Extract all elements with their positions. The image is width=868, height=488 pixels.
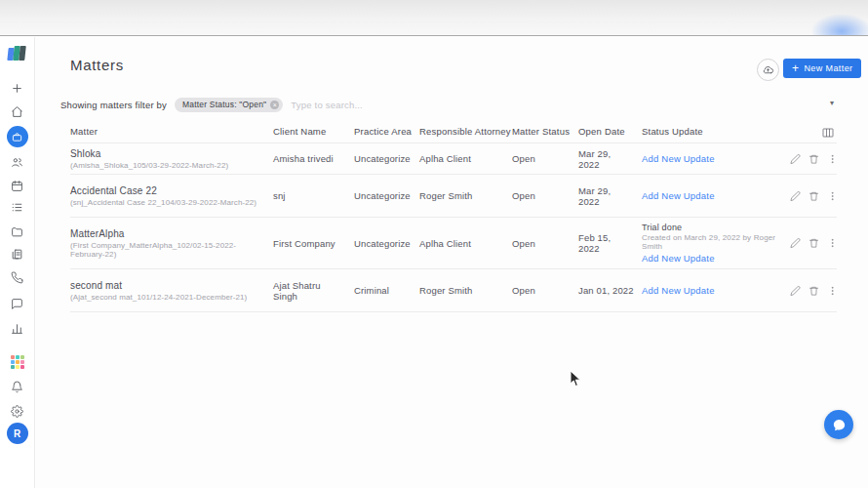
home-icon[interactable] — [11, 104, 24, 118]
open-date: Mar 29, 2022 — [578, 185, 642, 207]
matters-table: Matter Client Name Practice Area Respons… — [70, 120, 837, 312]
col-header-client[interactable]: Client Name — [273, 126, 354, 137]
matter-subtitle: (snj_Accidental Case 22_104/03-29-2022-M… — [70, 198, 265, 207]
responsible-attorney: Aplha Client — [419, 238, 512, 249]
matter-name-link[interactable]: second mat — [70, 280, 265, 291]
edit-pencil-icon[interactable] — [790, 237, 801, 249]
add-new-update-link[interactable]: Add New Update — [642, 153, 715, 164]
phone-icon[interactable] — [11, 270, 24, 284]
client-name: First Company — [273, 238, 354, 249]
matter-name-link[interactable]: MatterAlpha — [70, 228, 265, 239]
client-name: Ajat Shatru Singh — [273, 280, 354, 302]
matter-name-link[interactable]: Shloka — [70, 148, 265, 159]
search-input[interactable] — [291, 100, 417, 110]
matter-subtitle: (First Company_MatterAlpha_102/02-15-202… — [70, 241, 265, 259]
table-row: Shloka (Amisha_Shloka_105/03-29-2022-Mar… — [70, 143, 837, 175]
filter-chip-text: Matter Status: "Open" — [182, 100, 266, 109]
open-date: Mar 29, 2022 — [578, 148, 642, 170]
add-new-update-link[interactable]: Add New Update — [642, 190, 715, 201]
new-matter-label: New Matter — [804, 63, 852, 73]
more-options-kebab-icon[interactable] — [827, 153, 838, 165]
chat-support-button[interactable] — [824, 410, 853, 439]
table-header-row: Matter Client Name Practice Area Respons… — [70, 120, 837, 143]
status-update-meta: Created on March 29, 2022 by Roger Smith — [642, 233, 777, 251]
responsible-attorney: Roger Smith — [419, 285, 512, 296]
filter-bar: Showing matters filter by Matter Status:… — [60, 97, 417, 112]
app-logo[interactable] — [8, 45, 27, 61]
col-header-open-date[interactable]: Open Date — [578, 126, 642, 137]
practice-area: Criminal — [354, 285, 419, 296]
delete-trash-icon[interactable] — [809, 285, 819, 297]
matter-status: Open — [512, 285, 578, 296]
sidebar: R — [0, 37, 35, 488]
add-new-update-link[interactable]: Add New Update — [642, 285, 715, 296]
cloud-upload-icon — [762, 63, 774, 76]
matter-status: Open — [512, 153, 578, 164]
reports-chart-icon[interactable] — [11, 321, 24, 335]
table-row: second mat (Ajat_second mat_101/12-24-20… — [70, 269, 837, 312]
calendar-icon[interactable] — [11, 179, 24, 192]
col-header-matter[interactable]: Matter — [70, 126, 273, 137]
practice-area: Uncategorize — [354, 153, 419, 164]
table-row: MatterAlpha (First Company_MatterAlpha_1… — [70, 218, 837, 269]
delete-trash-icon[interactable] — [809, 237, 819, 249]
documents-icon[interactable] — [11, 247, 24, 261]
practice-area: Uncategorize — [354, 238, 419, 249]
table-columns-settings-icon[interactable] — [822, 124, 834, 142]
delete-trash-icon[interactable] — [809, 153, 819, 165]
settings-gear-icon[interactable] — [11, 404, 24, 418]
folder-icon[interactable] — [11, 224, 24, 238]
col-header-attorney[interactable]: Responsible Attorney — [419, 126, 512, 137]
matter-subtitle: (Ajat_second mat_101/12-24-2021-December… — [70, 293, 265, 302]
window-top-strip — [0, 0, 868, 36]
mouse-cursor — [570, 370, 581, 387]
filter-chip-matter-status[interactable]: Matter Status: "Open" × — [175, 98, 283, 112]
col-header-practice-area[interactable]: Practice Area — [354, 126, 419, 137]
edit-pencil-icon[interactable] — [790, 153, 801, 165]
filter-dropdown-caret[interactable]: ▾ — [830, 99, 834, 107]
edit-pencil-icon[interactable] — [790, 285, 801, 297]
matter-status: Open — [512, 190, 578, 201]
open-date: Feb 15, 2022 — [578, 232, 642, 254]
apps-grid-icon[interactable] — [11, 355, 24, 369]
briefcase-icon — [12, 132, 22, 142]
add-new-update-link[interactable]: Add New Update — [642, 253, 715, 264]
open-date: Jan 01, 2022 — [578, 285, 642, 296]
app-window: R Matters + New Matter Showing matters f… — [0, 0, 868, 488]
plus-icon: + — [792, 62, 799, 74]
edit-pencil-icon[interactable] — [790, 190, 801, 202]
more-options-kebab-icon[interactable] — [827, 237, 838, 249]
filter-label: Showing matters filter by — [60, 100, 167, 110]
col-header-status[interactable]: Matter Status — [512, 126, 578, 137]
client-name: snj — [273, 190, 354, 201]
practice-area: Uncategorize — [354, 190, 419, 201]
messages-icon[interactable] — [11, 297, 24, 310]
notifications-bell-icon[interactable] — [11, 380, 24, 393]
sidebar-item-matters[interactable] — [7, 126, 28, 147]
page-title: Matters — [70, 57, 124, 73]
chip-close-icon[interactable]: × — [270, 101, 279, 109]
tasks-list-icon[interactable] — [11, 200, 24, 214]
responsible-attorney: Roger Smith — [419, 190, 512, 201]
more-options-kebab-icon[interactable] — [827, 190, 838, 202]
delete-trash-icon[interactable] — [809, 190, 819, 202]
responsible-attorney: Aplha Client — [419, 153, 512, 164]
table-row: Accidental Case 22 (snj_Accidental Case … — [70, 175, 837, 218]
col-header-status-update[interactable]: Status Update — [642, 126, 785, 137]
quick-add-icon[interactable] — [11, 81, 24, 95]
status-update-note: Trial done — [642, 223, 777, 232]
matter-subtitle: (Amisha_Shloka_105/03-29-2022-March-22) — [70, 161, 265, 170]
matter-name-link[interactable]: Accidental Case 22 — [70, 185, 265, 196]
more-options-kebab-icon[interactable] — [827, 285, 838, 297]
cloud-upload-button[interactable] — [757, 59, 779, 81]
matter-status: Open — [512, 238, 578, 249]
blue-glow-decoration — [798, 6, 868, 36]
new-matter-button[interactable]: + New Matter — [783, 59, 861, 78]
user-avatar[interactable]: R — [7, 423, 28, 444]
client-name: Amisha trivedi — [273, 153, 354, 164]
contacts-icon[interactable] — [11, 155, 24, 169]
chat-bubble-icon — [832, 418, 847, 432]
